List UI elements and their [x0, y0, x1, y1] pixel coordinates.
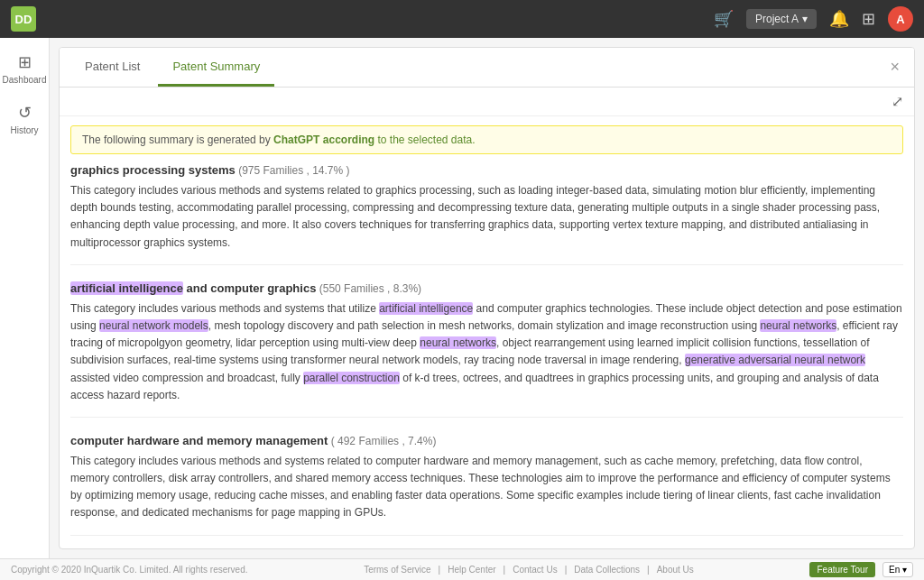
- category-name: computer hardware and memory management: [70, 434, 328, 447]
- footer-link-contact[interactable]: Contact Us: [513, 565, 557, 575]
- bell-icon[interactable]: 🔔: [829, 9, 849, 29]
- dd-logo[interactable]: DD: [11, 6, 36, 32]
- category-description: This category includes various methods a…: [70, 300, 903, 404]
- content-area: Patent List Patent Summary × ⤢ The follo…: [50, 38, 924, 558]
- sidebar-item-label: Dashboard: [3, 75, 47, 85]
- category-block: computer hardware and memory management …: [70, 434, 903, 536]
- expand-icon[interactable]: ⤢: [892, 93, 903, 110]
- category-meta: (975 Families , 14.7% ): [236, 164, 350, 177]
- copyright-text: Copyright © 2020 InQuartik Co. Limited. …: [11, 565, 248, 575]
- category-block: artificial intelligence and computer gra…: [70, 281, 903, 418]
- sidebar-item-dashboard[interactable]: ⊞ Dashboard: [0, 45, 49, 92]
- highlight-gan: generative adversarial neural network: [685, 354, 865, 366]
- footer-separator: |: [504, 565, 506, 575]
- language-selector[interactable]: En ▾: [882, 562, 913, 577]
- footer-link-about[interactable]: About Us: [657, 565, 694, 575]
- footer-link-tos[interactable]: Terms of Service: [364, 565, 430, 575]
- footer-separator: |: [439, 565, 441, 575]
- sidebar-item-label: History: [10, 125, 38, 135]
- info-suffix: to the selected data.: [374, 133, 475, 146]
- tab-patent-list[interactable]: Patent List: [70, 49, 154, 87]
- category-name-rest: and computer graphics: [183, 281, 316, 295]
- grid-icon[interactable]: ⊞: [862, 9, 875, 29]
- chevron-down-icon: ▾: [802, 13, 808, 25]
- user-avatar[interactable]: A: [888, 6, 913, 32]
- footer-right: Feature Tour En ▾: [809, 562, 913, 577]
- footer-copyright: Copyright © 2020 InQuartik Co. Limited. …: [11, 565, 248, 575]
- footer: Copyright © 2020 InQuartik Co. Limited. …: [0, 558, 924, 580]
- sidebar-item-history[interactable]: ↺ History: [0, 96, 49, 143]
- category-block: graphics processing systems (975 Familie…: [70, 163, 903, 265]
- nav-left: DD: [11, 6, 36, 32]
- dashboard-icon: ⊞: [18, 52, 32, 72]
- highlight-parallel: parallel construction: [303, 372, 400, 384]
- cart-icon[interactable]: 🛒: [714, 9, 734, 29]
- footer-separator: |: [647, 565, 650, 575]
- footer-link-data[interactable]: Data Collections: [574, 565, 640, 575]
- top-navigation: DD 🛒 Project A ▾ 🔔 ⊞ A: [0, 0, 924, 38]
- nav-right: 🛒 Project A ▾ 🔔 ⊞ A: [714, 6, 913, 32]
- category-title: computer hardware and memory management …: [70, 434, 903, 447]
- chatgpt-label: ChatGPT according: [273, 133, 374, 146]
- category-name: graphics processing systems: [70, 163, 236, 177]
- tab-bar: Patent List Patent Summary ×: [60, 48, 914, 87]
- category-name-highlighted: artificial intelligence: [70, 281, 183, 295]
- category-meta: (550 Families , 8.3%): [316, 282, 421, 295]
- tab-patent-summary[interactable]: Patent Summary: [158, 49, 274, 87]
- history-icon: ↺: [18, 103, 32, 123]
- highlight-neural-networks: neural networks: [760, 319, 836, 332]
- category-title: artificial intelligence and computer gra…: [70, 281, 903, 295]
- main-layout: ⊞ Dashboard ↺ History Patent List Patent…: [0, 38, 924, 558]
- project-dropdown[interactable]: Project A ▾: [746, 9, 817, 29]
- close-icon[interactable]: ×: [886, 54, 903, 80]
- category-description: This category includes various methods a…: [70, 182, 903, 252]
- info-bar: The following summary is generated by Ch…: [70, 125, 903, 154]
- info-prefix: The following summary is generated by: [82, 133, 273, 146]
- highlight-nn-models: neural network models: [99, 319, 208, 332]
- category-title: graphics processing systems (975 Familie…: [70, 163, 903, 177]
- sidebar: ⊞ Dashboard ↺ History: [0, 38, 50, 558]
- project-label: Project A: [755, 13, 799, 25]
- category-description: This category includes various methods a…: [70, 453, 903, 522]
- highlight-neural-networks2: neural networks: [420, 336, 496, 349]
- feature-tour-button[interactable]: Feature Tour: [809, 562, 875, 577]
- category-meta: ( 492 Families , 7.4%): [328, 435, 436, 447]
- footer-links: Terms of Service | Help Center | Contact…: [364, 565, 694, 575]
- toolbar: ⤢: [60, 87, 914, 116]
- summary-content[interactable]: graphics processing systems (975 Familie…: [60, 160, 914, 548]
- highlight-ai: artificial intelligence: [379, 302, 473, 315]
- main-panel: Patent List Patent Summary × ⤢ The follo…: [59, 47, 915, 549]
- footer-link-help[interactable]: Help Center: [448, 565, 495, 575]
- footer-separator: |: [565, 565, 568, 575]
